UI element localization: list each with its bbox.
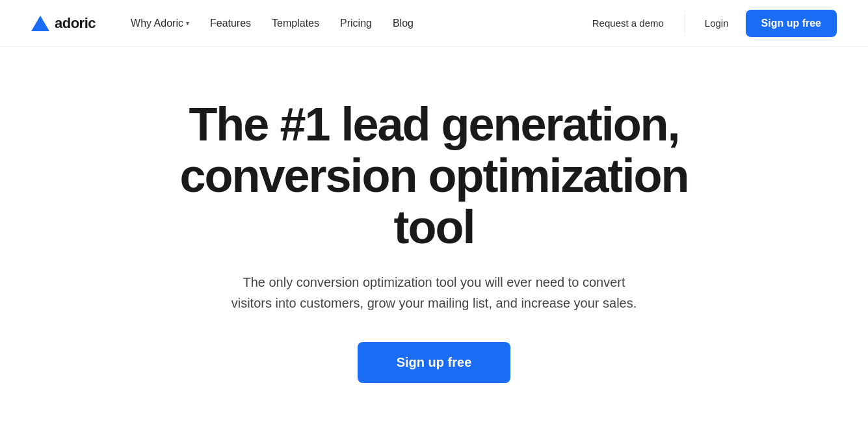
nav-actions: Request a demo Login Sign up free: [579, 10, 837, 37]
nav-item-why-adoric[interactable]: Why Adoric ▾: [122, 12, 198, 34]
navbar: adoric Why Adoric ▾ Features Templates P…: [0, 0, 868, 47]
login-button[interactable]: Login: [693, 11, 741, 35]
hero-headline: The #1 lead generation, conversion optim…: [142, 99, 727, 254]
nav-links: Why Adoric ▾ Features Templates Pricing …: [122, 12, 579, 34]
nav-item-pricing[interactable]: Pricing: [331, 12, 381, 34]
hero-subtext: The only conversion optimization tool yo…: [226, 272, 642, 313]
nav-divider: [685, 14, 685, 33]
chevron-down-icon: ▾: [186, 20, 189, 27]
nav-item-features[interactable]: Features: [201, 12, 260, 34]
logo-text: adoric: [55, 15, 96, 32]
logo-icon: [31, 16, 49, 31]
signup-button-hero[interactable]: Sign up free: [358, 342, 511, 383]
hero-section: The #1 lead generation, conversion optim…: [0, 47, 868, 422]
logo-link[interactable]: adoric: [31, 15, 96, 32]
nav-item-templates[interactable]: Templates: [263, 12, 328, 34]
signup-button-nav[interactable]: Sign up free: [746, 10, 837, 37]
nav-item-blog[interactable]: Blog: [384, 12, 423, 34]
request-demo-button[interactable]: Request a demo: [579, 11, 677, 35]
